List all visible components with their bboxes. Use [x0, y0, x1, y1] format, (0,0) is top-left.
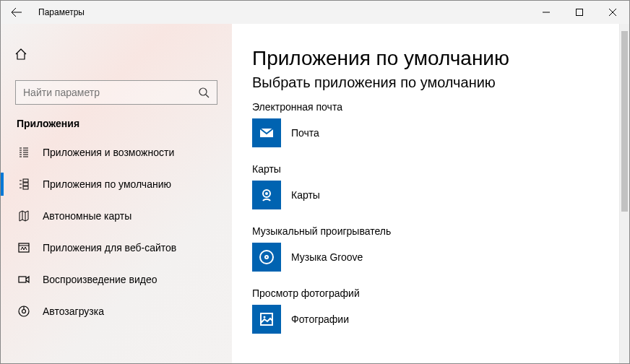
nav-list: Приложения и возможности Приложения по у… — [1, 136, 232, 327]
body: Приложения Приложения и возможности Прил… — [1, 24, 629, 363]
close-button[interactable] — [596, 1, 629, 24]
caption-buttons — [530, 1, 629, 24]
maps-icon — [252, 181, 281, 209]
apps-websites-icon — [17, 240, 31, 255]
sidebar-item-label: Автономные карты — [43, 210, 131, 222]
content: Приложения по умолчанию Выбрать приложен… — [232, 24, 619, 363]
music-icon — [252, 243, 281, 272]
svg-rect-4 — [23, 186, 28, 189]
startup-icon — [17, 304, 31, 318]
sidebar: Приложения Приложения и возможности Прил… — [1, 24, 232, 363]
close-icon — [609, 9, 616, 16]
svg-point-11 — [265, 192, 268, 195]
sidebar-item-label: Приложения и возможности — [43, 147, 174, 158]
sidebar-item-apps-and-features[interactable]: Приложения и возможности — [1, 136, 232, 168]
svg-point-8 — [22, 310, 26, 313]
sidebar-item-startup[interactable]: Автозагрузка — [1, 295, 232, 327]
content-wrap: Приложения по умолчанию Выбрать приложен… — [232, 24, 629, 363]
search-icon — [198, 87, 210, 98]
maximize-button[interactable] — [563, 1, 596, 24]
svg-rect-5 — [19, 243, 29, 252]
photos-icon — [252, 305, 281, 334]
category-label: Музыкальный проигрыватель — [252, 225, 605, 237]
sidebar-item-apps-for-websites[interactable]: Приложения для веб-сайтов — [1, 232, 232, 264]
home-button[interactable] — [5, 40, 37, 69]
app-name: Почта — [291, 127, 319, 139]
svg-point-16 — [264, 316, 266, 318]
titlebar-left: Параметры — [1, 1, 85, 24]
app-name: Фотографии — [291, 313, 349, 325]
page-subtitle: Выбрать приложения по умолчанию — [252, 74, 605, 91]
apps-features-icon — [17, 145, 31, 160]
default-category-maps: Карты Карты — [252, 163, 605, 209]
default-app-photos[interactable]: Фотографии — [252, 305, 605, 334]
svg-rect-6 — [19, 277, 26, 282]
search-wrap — [15, 80, 217, 105]
default-category-music: Музыкальный проигрыватель Музыка Groove — [252, 225, 605, 272]
sidebar-item-label: Приложения для веб-сайтов — [43, 242, 176, 254]
default-app-music[interactable]: Музыка Groove — [252, 243, 605, 272]
svg-point-1 — [199, 88, 207, 95]
svg-rect-3 — [23, 183, 28, 186]
back-button[interactable] — [1, 1, 33, 24]
scrollbar[interactable] — [619, 24, 629, 363]
default-app-maps[interactable]: Карты — [252, 181, 605, 209]
page-title: Приложения по умолчанию — [252, 47, 605, 70]
search-box[interactable] — [15, 80, 217, 105]
maximize-icon — [576, 9, 583, 16]
settings-window: Параметры Прило — [0, 0, 630, 364]
sidebar-item-label: Автозагрузка — [43, 306, 104, 317]
scrollbar-thumb[interactable] — [621, 31, 628, 212]
mail-icon — [252, 118, 281, 147]
category-label: Электронная почта — [252, 101, 605, 113]
category-label: Карты — [252, 163, 605, 175]
minimize-button[interactable] — [530, 1, 563, 24]
video-playback-icon — [17, 272, 31, 287]
minimize-icon — [543, 9, 550, 16]
default-app-email[interactable]: Почта — [252, 118, 605, 147]
svg-rect-0 — [577, 9, 583, 16]
offline-maps-icon — [17, 209, 31, 223]
window-title: Параметры — [38, 7, 85, 17]
section-header: Приложения — [17, 118, 232, 129]
sidebar-item-offline-maps[interactable]: Автономные карты — [1, 200, 232, 232]
titlebar: Параметры — [1, 1, 629, 24]
default-apps-icon — [17, 177, 31, 191]
default-category-photos: Просмотр фотографий Фотографии — [252, 287, 605, 334]
category-label: Просмотр фотографий — [252, 287, 605, 299]
back-arrow-icon — [11, 6, 22, 18]
home-icon — [14, 48, 27, 61]
sidebar-item-video-playback[interactable]: Воспроизведение видео — [1, 264, 232, 295]
sidebar-item-label: Воспроизведение видео — [43, 274, 157, 285]
sidebar-item-default-apps[interactable]: Приложения по умолчанию — [1, 168, 232, 200]
default-category-email: Электронная почта Почта — [252, 101, 605, 147]
svg-point-14 — [266, 256, 267, 258]
app-name: Музыка Groove — [291, 251, 363, 263]
app-name: Карты — [291, 189, 320, 201]
svg-rect-2 — [23, 179, 28, 182]
sidebar-item-label: Приложения по умолчанию — [43, 178, 171, 190]
search-input[interactable] — [23, 87, 198, 98]
